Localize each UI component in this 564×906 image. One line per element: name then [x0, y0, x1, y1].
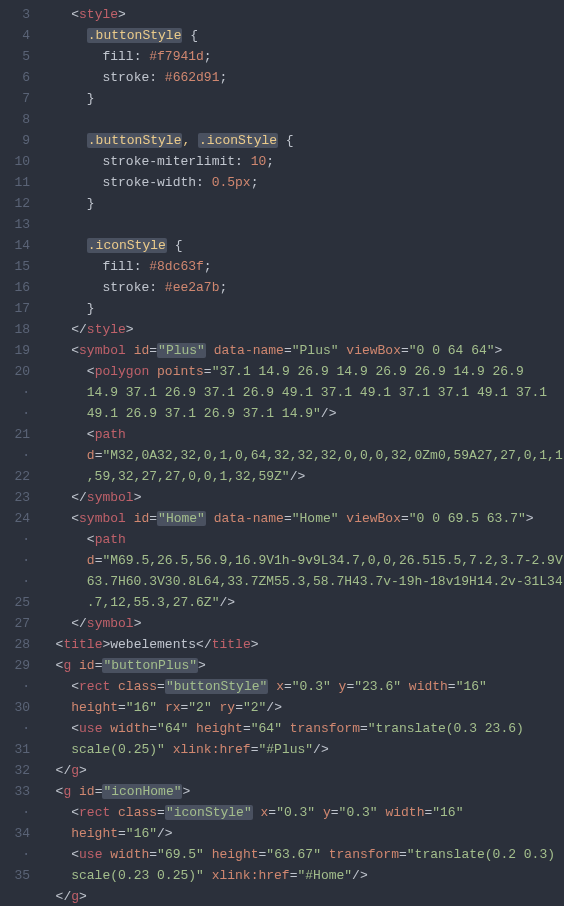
line-number: 4: [0, 25, 30, 46]
code-line[interactable]: .iconStyle {: [40, 235, 564, 256]
line-number: 17: [0, 298, 30, 319]
line-number: 21: [0, 424, 30, 445]
code-editor[interactable]: 34567891011121314151617181920··21·222324…: [0, 0, 564, 906]
code-line[interactable]: height="16" rx="2" ry="2"/>: [40, 697, 564, 718]
line-number: 23: [0, 487, 30, 508]
code-line[interactable]: </g>: [40, 886, 564, 906]
line-number: 6: [0, 67, 30, 88]
code-line[interactable]: </symbol>: [40, 613, 564, 634]
line-number: 15: [0, 256, 30, 277]
code-line[interactable]: fill: #8dc63f;: [40, 256, 564, 277]
code-line[interactable]: }: [40, 193, 564, 214]
line-number: 22: [0, 466, 30, 487]
code-line[interactable]: ,59,32,27,27,0,0,1,32,59Z"/>: [40, 466, 564, 487]
line-number: 18: [0, 319, 30, 340]
code-line[interactable]: <symbol id="Plus" data-name="Plus" viewB…: [40, 340, 564, 361]
code-line[interactable]: height="16"/>: [40, 823, 564, 844]
code-line[interactable]: 49.1 26.9 37.1 26.9 37.1 14.9"/>: [40, 403, 564, 424]
line-number: ·: [0, 529, 30, 550]
line-number: 20: [0, 361, 30, 382]
code-line[interactable]: </style>: [40, 319, 564, 340]
code-line[interactable]: 63.7H60.3V30.8L64,33.7ZM55.3,58.7H43.7v-…: [40, 571, 564, 592]
line-number: 10: [0, 151, 30, 172]
line-number: 24: [0, 508, 30, 529]
line-number: 19: [0, 340, 30, 361]
line-number: 13: [0, 214, 30, 235]
code-line[interactable]: </g>: [40, 760, 564, 781]
line-number: 3: [0, 4, 30, 25]
code-line[interactable]: 14.9 37.1 26.9 37.1 26.9 49.1 37.1 49.1 …: [40, 382, 564, 403]
code-line[interactable]: }: [40, 298, 564, 319]
line-number: ·: [0, 718, 30, 739]
code-line[interactable]: </symbol>: [40, 487, 564, 508]
line-number: 32: [0, 760, 30, 781]
line-number: ·: [0, 382, 30, 403]
line-number: ·: [0, 802, 30, 823]
code-line[interactable]: stroke-width: 0.5px;: [40, 172, 564, 193]
code-line[interactable]: <rect class="iconStyle" x="0.3" y="0.3" …: [40, 802, 564, 823]
line-number: 33: [0, 781, 30, 802]
line-number: ·: [0, 571, 30, 592]
code-line[interactable]: stroke: #ee2a7b;: [40, 277, 564, 298]
line-number: ·: [0, 445, 30, 466]
line-number: ·: [0, 676, 30, 697]
code-line[interactable]: <use width="69.5" height="63.67" transfo…: [40, 844, 564, 865]
code-line[interactable]: d="M32,0A32,32,0,1,0,64,32,32,32,0,0,0,3…: [40, 445, 564, 466]
line-number: 16: [0, 277, 30, 298]
line-number: 11: [0, 172, 30, 193]
line-number: 5: [0, 46, 30, 67]
code-line[interactable]: <g id="iconHome">: [40, 781, 564, 802]
code-line[interactable]: stroke: #662d91;: [40, 67, 564, 88]
line-number: 28: [0, 634, 30, 655]
code-line[interactable]: <path: [40, 529, 564, 550]
code-line[interactable]: stroke-miterlimit: 10;: [40, 151, 564, 172]
code-line[interactable]: <polygon points="37.1 14.9 26.9 14.9 26.…: [40, 361, 564, 382]
code-line[interactable]: scale(0.23 0.25)" xlink:href="#Home"/>: [40, 865, 564, 886]
code-line[interactable]: .buttonStyle, .iconStyle {: [40, 130, 564, 151]
line-number: 27: [0, 613, 30, 634]
code-line[interactable]: }: [40, 88, 564, 109]
line-number: ·: [0, 550, 30, 571]
code-line[interactable]: <rect class="buttonStyle" x="0.3" y="23.…: [40, 676, 564, 697]
code-line[interactable]: .buttonStyle {: [40, 25, 564, 46]
code-line[interactable]: fill: #f7941d;: [40, 46, 564, 67]
line-number: 29: [0, 655, 30, 676]
code-line[interactable]: d="M69.5,26.5,56.9,16.9V1h-9v9L34.7,0,0,…: [40, 550, 564, 571]
code-line[interactable]: [40, 109, 564, 130]
code-line[interactable]: <title>webelements</title>: [40, 634, 564, 655]
line-number: 12: [0, 193, 30, 214]
code-line[interactable]: .7,12,55.3,27.6Z"/>: [40, 592, 564, 613]
code-line[interactable]: <use width="64" height="64" transform="t…: [40, 718, 564, 739]
line-number-gutter: 34567891011121314151617181920··21·222324…: [0, 0, 40, 906]
line-number: 34: [0, 823, 30, 844]
line-number: ·: [0, 844, 30, 865]
code-line[interactable]: [40, 214, 564, 235]
line-number: 8: [0, 109, 30, 130]
line-number: 14: [0, 235, 30, 256]
code-line[interactable]: <style>: [40, 4, 564, 25]
line-number: 25: [0, 592, 30, 613]
code-area[interactable]: <style> .buttonStyle { fill: #f7941d; st…: [40, 0, 564, 906]
line-number: 9: [0, 130, 30, 151]
line-number: 35: [0, 865, 30, 886]
line-number: 7: [0, 88, 30, 109]
code-line[interactable]: <path: [40, 424, 564, 445]
code-line[interactable]: <g id="buttonPlus">: [40, 655, 564, 676]
line-number: 31: [0, 739, 30, 760]
code-line[interactable]: <symbol id="Home" data-name="Home" viewB…: [40, 508, 564, 529]
line-number: ·: [0, 403, 30, 424]
code-line[interactable]: scale(0.25)" xlink:href="#Plus"/>: [40, 739, 564, 760]
line-number: 30: [0, 697, 30, 718]
